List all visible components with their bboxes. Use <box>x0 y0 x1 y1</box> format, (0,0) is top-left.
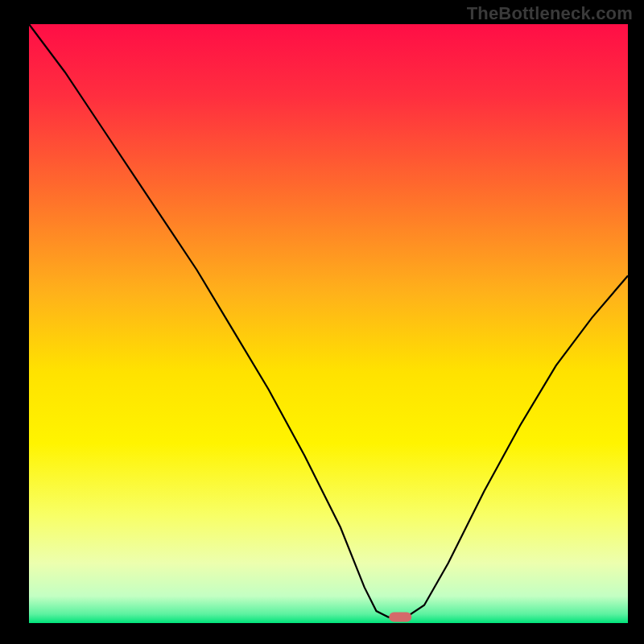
plot-background <box>29 24 628 623</box>
optimal-marker <box>389 613 411 622</box>
chart-frame: TheBottleneck.com <box>0 0 644 644</box>
bottleneck-chart <box>0 0 644 644</box>
watermark-text: TheBottleneck.com <box>467 3 633 24</box>
